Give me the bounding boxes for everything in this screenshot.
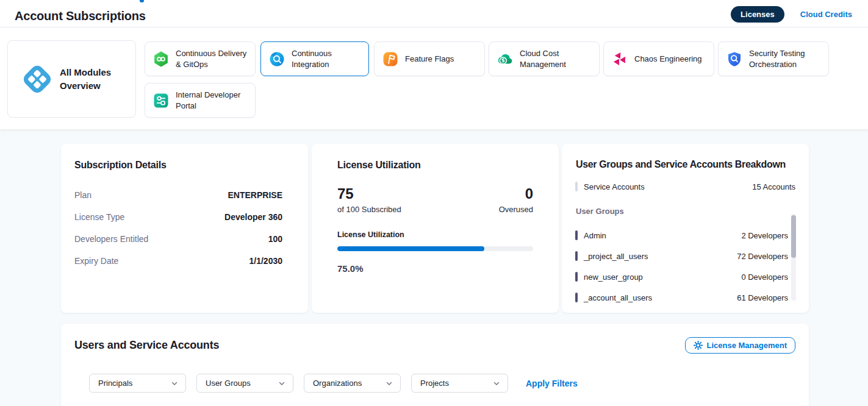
module-card-continuous-integration[interactable]: Continuous Integration <box>260 41 369 76</box>
gear-icon <box>694 341 703 350</box>
svg-text:$: $ <box>501 57 505 63</box>
module-card-security-testing[interactable]: Security Testing Orchestration <box>718 41 829 76</box>
internal-developer-portal-icon <box>152 92 170 109</box>
module-card-label: Continuous Integration <box>292 48 368 69</box>
detail-label: Expiry Date <box>74 256 118 266</box>
detail-value: 100 <box>268 234 282 244</box>
user-group-marker <box>575 251 578 261</box>
filter-label: Organizations <box>313 379 362 388</box>
user-group-value: 0 Developers <box>741 272 788 282</box>
subscription-details-rows: Plan ENTERPRISE License Type Developer 3… <box>61 184 308 272</box>
user-group-name: _account_all_users <box>584 293 652 302</box>
module-card-feature-flags[interactable]: Feature Flags <box>374 41 485 76</box>
subscription-details-panel: Subscription Details Plan ENTERPRISE Lic… <box>61 144 308 313</box>
users-and-service-accounts-card: Users and Service Accounts License Manag… <box>61 324 809 406</box>
detail-value: ENTERPRISE <box>228 190 282 200</box>
service-accounts-row: Service Accounts 15 Accounts <box>562 182 809 191</box>
all-modules-overview-card[interactable]: All Modules Overview <box>7 40 136 118</box>
service-accounts-marker <box>575 182 578 191</box>
breakdown-scrollbar-thumb[interactable] <box>791 215 796 258</box>
user-group-row: new_user_group 0 Developers <box>562 266 809 287</box>
module-card-label: Feature Flags <box>405 54 457 65</box>
user-group-marker <box>575 272 578 282</box>
module-card-internal-developer-portal[interactable]: Internal Developer Portal <box>145 83 256 118</box>
filter-label: Principals <box>98 379 132 388</box>
detail-label: License Type <box>74 212 124 222</box>
overused-count: 0 <box>499 185 533 202</box>
module-card-label: Internal Developer Portal <box>176 90 255 111</box>
user-group-name: Admin <box>584 231 606 240</box>
used-caption: of 100 Subscribed <box>337 205 401 214</box>
continuous-delivery-icon <box>152 51 170 68</box>
service-accounts-value: 15 Accounts <box>752 182 795 191</box>
chevron-down-icon <box>386 380 393 387</box>
filter-label: User Groups <box>206 379 251 388</box>
module-card-label: Continuous Delivery & GitOps <box>176 48 255 69</box>
user-group-value: 72 Developers <box>737 252 788 261</box>
user-group-marker <box>575 293 578 302</box>
security-testing-icon <box>726 51 743 68</box>
header-tabs: Licenses Cloud Credits <box>731 5 852 23</box>
principals-filter[interactable]: Principals <box>89 374 186 393</box>
overused-block: 0 Overused <box>499 185 533 214</box>
used-block: 75 of 100 Subscribed <box>337 185 401 214</box>
module-card-chaos-engineering[interactable]: Chaos Engineering <box>603 41 714 76</box>
license-management-button[interactable]: License Management <box>685 337 796 354</box>
cloud-credits-tab[interactable]: Cloud Credits <box>800 10 852 19</box>
detail-row-expiry-date: Expiry Date 1/1/2030 <box>61 250 308 272</box>
cloud-cost-management-icon: $ <box>497 51 514 68</box>
licenses-tab[interactable]: Licenses <box>731 6 784 23</box>
detail-row-developers-entitled: Developers Entitled 100 <box>61 228 308 250</box>
filter-row: Principals User Groups Organizations Pro… <box>61 374 809 393</box>
chevron-down-icon <box>171 380 178 387</box>
organizations-filter[interactable]: Organizations <box>304 374 401 393</box>
utilization-numbers: 75 of 100 Subscribed 0 Overused <box>312 185 559 214</box>
chaos-engineering-icon <box>611 51 628 68</box>
user-group-row: _project_all_users 72 Developers <box>562 246 809 266</box>
user-groups-label: User Groups <box>562 207 809 216</box>
utilization-percent: 75.0% <box>312 263 559 274</box>
utilization-bar-fill <box>337 246 484 251</box>
users-section-header: Users and Service Accounts License Manag… <box>61 324 809 354</box>
breakdown-panel: User Groups and Service Accounts Breakdo… <box>562 144 809 313</box>
detail-value: Developer 360 <box>224 212 282 222</box>
user-group-name: new_user_group <box>584 272 643 282</box>
cut-off-breadcrumb-icon <box>140 0 144 2</box>
detail-value: 1/1/2030 <box>249 256 283 266</box>
feature-flags-icon <box>382 51 399 68</box>
license-utilization-title: License Utilization <box>312 144 559 171</box>
user-group-row: Admin 2 Developers <box>562 225 809 246</box>
all-modules-overview-label: All Modules Overview <box>60 66 135 93</box>
chevron-down-icon <box>493 380 500 387</box>
users-section-title: Users and Service Accounts <box>74 339 219 352</box>
module-card-cloud-cost-management[interactable]: $ Cloud Cost Management <box>489 41 600 76</box>
module-card-label: Chaos Engineering <box>634 54 706 65</box>
user-group-value: 2 Developers <box>741 231 788 240</box>
user-groups-list: Admin 2 Developers _project_all_users 72… <box>562 225 809 308</box>
user-group-marker <box>575 230 578 240</box>
detail-row-plan: Plan ENTERPRISE <box>61 184 308 206</box>
user-groups-filter[interactable]: User Groups <box>196 374 293 393</box>
page-title: Account Subscriptions <box>15 4 146 23</box>
all-modules-icon <box>21 63 53 95</box>
breakdown-title: User Groups and Service Accounts Breakdo… <box>562 144 809 170</box>
subscription-details-title: Subscription Details <box>61 144 308 171</box>
utilization-bar-label: License Utilization <box>312 230 559 239</box>
service-accounts-label: Service Accounts <box>584 182 645 191</box>
utilization-bar-track <box>337 246 533 251</box>
module-card-continuous-delivery[interactable]: Continuous Delivery & GitOps <box>145 41 256 76</box>
license-utilization-panel: License Utilization 75 of 100 Subscribed… <box>312 144 559 313</box>
filter-label: Projects <box>420 379 449 388</box>
detail-label: Developers Entitled <box>74 234 148 244</box>
breakdown-scrollbar[interactable] <box>791 214 796 301</box>
projects-filter[interactable]: Projects <box>411 374 508 393</box>
page-header: Account Subscriptions Licenses Cloud Cre… <box>0 0 868 27</box>
overused-caption: Overused <box>499 205 533 214</box>
detail-row-license-type: License Type Developer 360 <box>61 206 308 228</box>
apply-filters-link[interactable]: Apply Filters <box>526 379 578 388</box>
chevron-down-icon <box>278 380 285 387</box>
module-card-label: Cloud Cost Management <box>520 48 599 69</box>
detail-label: Plan <box>74 190 91 200</box>
user-group-name: _project_all_users <box>584 252 648 261</box>
used-count: 75 <box>337 185 401 202</box>
